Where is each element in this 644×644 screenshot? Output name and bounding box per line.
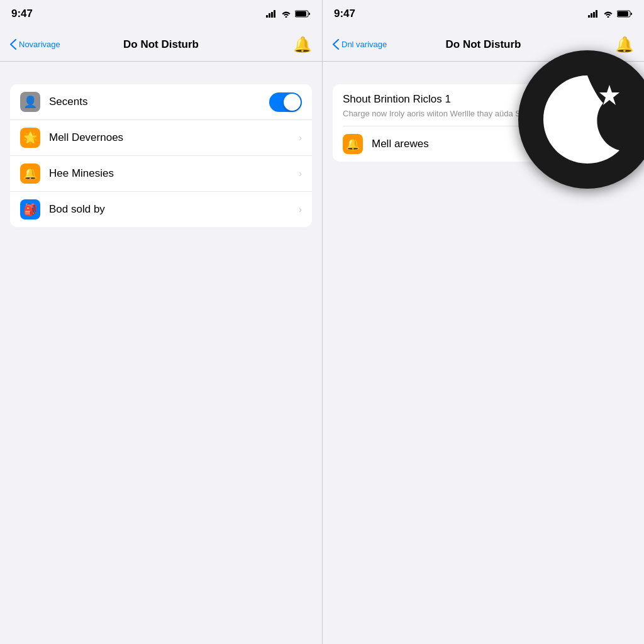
wifi-icon [281,10,291,18]
mail-devernoes-right: › [299,133,302,143]
svg-rect-8 [593,12,595,18]
chevron-icon-2: › [299,169,302,179]
list-item-bod-sold[interactable]: 🎒 Bod sold by › [10,192,312,227]
svg-marker-12 [599,85,619,105]
nav-action-left[interactable]: 🔔 [293,36,312,53]
mail-devernoes-label: Mell Devernoes [49,131,299,144]
status-icons-right [588,10,633,18]
mail-devernoes-icon: 🌟 [20,128,40,148]
back-button-right[interactable]: Dnl varivage [333,39,387,50]
wifi-icon-right [603,10,613,18]
list-item-hee-minesies[interactable]: 🔔 Hee Minesies › [10,156,312,192]
status-time-right: 9:47 [334,8,355,20]
section-title-text: Shout Brintion Riclos 1 [343,93,451,106]
section-header-left [0,62,322,84]
status-time-left: 9:47 [11,8,33,20]
svg-rect-1 [269,13,270,18]
status-bar-left: 9:47 [0,0,322,28]
back-label-right: Dnl varivage [341,40,387,49]
left-list: 👤 Secents 🌟 Mell Devernoes › 🔔 Hee Mines… [10,84,312,227]
back-label-left: Novarivage [19,40,60,49]
svg-rect-3 [274,10,275,18]
nav-title-right: Do Not Disturb [446,38,521,51]
toggle-thumb [284,94,301,111]
back-chevron-icon [10,39,16,50]
nav-bar-left: Novarivage Do Not Disturb 🔔 [0,28,322,62]
status-icons-left [266,10,311,18]
left-panel: 9:47 Novari [0,0,322,644]
battery-icon [295,10,311,18]
svg-rect-6 [588,15,590,18]
secents-label: Secents [49,96,269,108]
mail-arewes-icon: 🔔 [343,134,363,154]
hee-minesies-label: Hee Minesies [49,167,299,180]
svg-rect-2 [271,12,273,18]
secents-icon: 👤 [20,92,40,112]
hee-minesies-icon: 🔔 [20,164,40,184]
svg-rect-9 [596,10,597,18]
back-button-left[interactable]: Novarivage [10,39,60,50]
list-item-mail-devernoes[interactable]: 🌟 Mell Devernoes › [10,120,312,156]
bod-sold-right: › [299,204,302,214]
list-item-secents[interactable]: 👤 Secents [10,84,312,120]
moon-icon [534,66,641,173]
right-panel: 9:47 Dnl varivage Do No [322,0,644,644]
battery-icon-right [617,10,633,18]
bod-sold-label: Bod sold by [49,203,299,216]
svg-rect-11 [618,11,628,16]
hee-minesies-right: › [299,169,302,179]
chevron-icon: › [299,133,302,143]
chevron-icon-3: › [299,204,302,214]
nav-title-left: Do Not Disturb [123,38,199,51]
back-chevron-icon-right [333,39,339,50]
signal-icon-right [588,10,599,18]
svg-rect-7 [591,13,592,18]
secents-toggle[interactable] [269,92,302,112]
moon-overlay [518,50,644,189]
nav-action-right[interactable]: 🔔 [615,36,634,53]
svg-rect-0 [266,15,268,18]
signal-icon [266,10,277,18]
status-bar-right: 9:47 [323,0,644,28]
bod-sold-icon: 🎒 [20,199,40,219]
svg-rect-5 [296,11,306,16]
